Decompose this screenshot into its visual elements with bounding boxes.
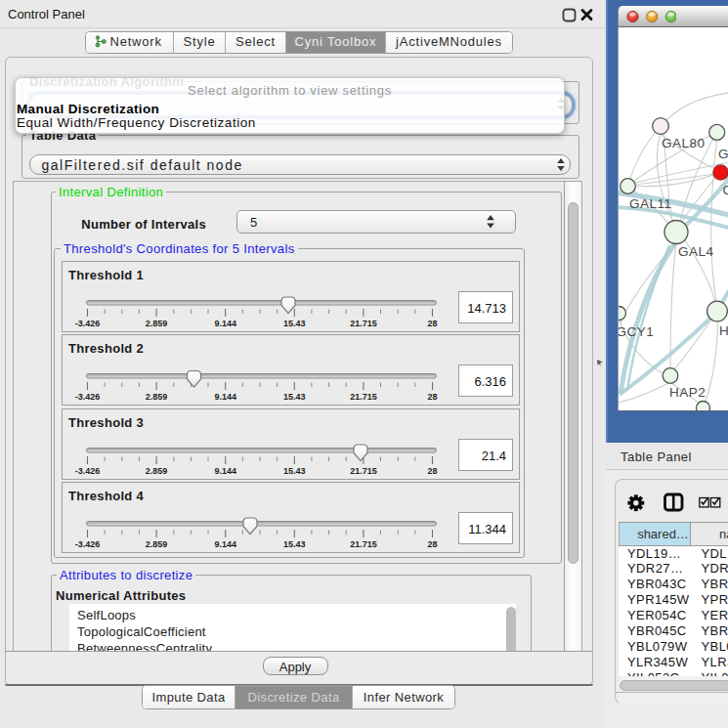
svg-text:15.43: 15.43 — [283, 318, 306, 327]
svg-text:HAP2: HAP2 — [669, 385, 706, 400]
svg-text:15.43: 15.43 — [283, 465, 306, 475]
svg-text:9.144: 9.144 — [214, 392, 236, 402]
svg-text:CD: CD — [723, 183, 728, 197]
svg-text:28: 28 — [427, 392, 437, 402]
svg-text:GCY1: GCY1 — [619, 324, 654, 339]
svg-text:15.43: 15.43 — [283, 392, 306, 402]
svg-text:21.715: 21.715 — [350, 539, 377, 549]
svg-text:-3.426: -3.426 — [75, 318, 101, 327]
svg-text:GAL4: GAL4 — [678, 244, 714, 259]
svg-text:GAL11: GAL11 — [629, 196, 672, 211]
svg-text:2.859: 2.859 — [146, 318, 168, 327]
svg-text:2.859: 2.859 — [146, 392, 168, 402]
svg-text:GA: GA — [718, 147, 728, 161]
svg-text:21.715: 21.715 — [350, 318, 377, 327]
svg-text:9.144: 9.144 — [214, 539, 236, 549]
svg-text:GAL80: GAL80 — [662, 136, 706, 150]
svg-text:-3.426: -3.426 — [75, 465, 101, 475]
svg-text:21.715: 21.715 — [350, 392, 377, 402]
svg-text:28: 28 — [427, 318, 437, 327]
svg-text:-3.426: -3.426 — [75, 392, 101, 402]
svg-text:9.144: 9.144 — [214, 318, 236, 327]
svg-text:-3.426: -3.426 — [75, 539, 101, 549]
svg-text:HA: HA — [719, 323, 728, 338]
svg-text:21.715: 21.715 — [350, 465, 377, 475]
svg-text:28: 28 — [427, 465, 437, 475]
svg-text:2.859: 2.859 — [146, 539, 168, 549]
svg-text:28: 28 — [427, 539, 437, 549]
svg-text:2.859: 2.859 — [146, 465, 168, 475]
svg-text:9.144: 9.144 — [214, 465, 236, 475]
svg-text:15.43: 15.43 — [283, 539, 306, 549]
